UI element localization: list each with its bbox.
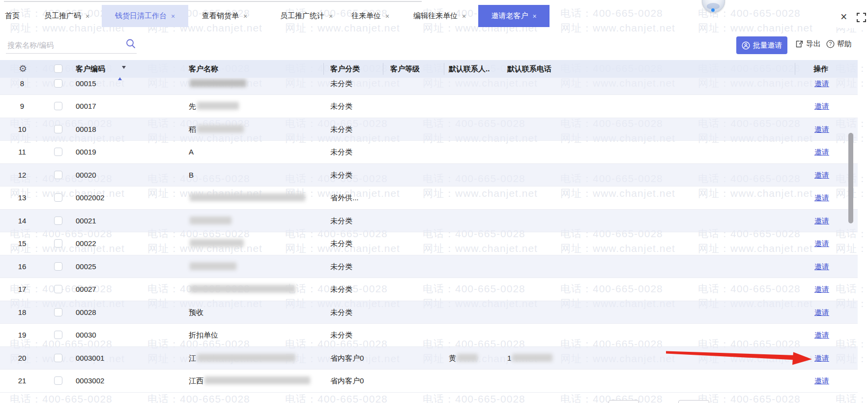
help-label: 帮助	[837, 39, 852, 49]
row-checkbox[interactable]	[54, 79, 62, 88]
pager-button-remnant[interactable]	[608, 400, 639, 403]
redacted-blur	[190, 285, 295, 293]
select-all-checkbox[interactable]	[54, 64, 62, 73]
row-checkbox[interactable]	[54, 148, 62, 156]
col-header-name: 客户名称	[189, 60, 218, 78]
cell-customer-category: 未分类	[330, 95, 352, 117]
row-number: 16	[0, 255, 44, 278]
invite-link[interactable]: 邀请	[814, 217, 829, 225]
row-number: 20	[0, 347, 44, 369]
batch-invite-button[interactable]: 批量邀请	[736, 36, 787, 54]
cell-customer-name: 江	[189, 347, 295, 369]
invite-link[interactable]: 邀请	[814, 376, 829, 385]
tab-label: 钱货日清工作台	[115, 11, 167, 21]
row-number: 11	[0, 141, 44, 163]
column-settings-gear-icon[interactable]: ⚙	[19, 60, 27, 78]
invite-link[interactable]: 邀请	[814, 262, 829, 271]
row-checkbox[interactable]	[54, 217, 62, 225]
row-number: 18	[0, 301, 44, 323]
redacted-blur	[190, 193, 305, 201]
table-row: 20 0003001 江 省内客户0 黄 1 邀请	[0, 347, 858, 370]
cell-customer-name	[189, 210, 231, 232]
cell-customer-code: 0002002	[76, 186, 104, 209]
table-row: 16 00025 未分类 邀请	[0, 255, 858, 279]
tab-查看销货单[interactable]: 查看销货单×	[202, 5, 247, 27]
row-checkbox[interactable]	[54, 331, 62, 339]
redacted-blur	[197, 102, 239, 110]
row-checkbox[interactable]	[54, 171, 62, 179]
search-input[interactable]	[6, 38, 121, 52]
cell-customer-code: 00019	[76, 141, 96, 163]
fullscreen-icon[interactable]	[857, 13, 866, 22]
invite-link[interactable]: 邀请	[814, 354, 829, 362]
invite-link[interactable]: 邀请	[814, 102, 829, 110]
tab-close-icon[interactable]: ×	[329, 12, 333, 20]
tab-close-icon[interactable]: ×	[532, 12, 536, 20]
col-header-code[interactable]: 客户编码	[76, 60, 105, 78]
cell-customer-name: B	[189, 164, 194, 186]
cell-customer-name: A	[189, 141, 194, 163]
cell-customer-name	[189, 232, 244, 254]
help-button[interactable]: ? 帮助	[826, 39, 852, 49]
tab-close-icon[interactable]: ×	[385, 12, 389, 20]
invite-link[interactable]: 邀请	[814, 308, 829, 316]
tab-员工推广码[interactable]: 员工推广码×	[44, 5, 89, 27]
row-checkbox[interactable]	[54, 102, 62, 110]
cell-customer-code: 00017	[76, 95, 96, 117]
sort-arrows-icon[interactable]	[118, 64, 122, 82]
row-checkbox[interactable]	[54, 308, 62, 316]
row-checkbox[interactable]	[54, 125, 62, 133]
redacted-blur	[197, 354, 295, 362]
cell-customer-category: 未分类	[330, 141, 352, 163]
col-header-contact: 默认联系人..	[449, 60, 490, 78]
row-number: 8	[0, 78, 44, 94]
tab-编辑往来单位[interactable]: 编辑往来单位×	[413, 5, 466, 27]
tab-员工推广统计[interactable]: 员工推广统计×	[280, 5, 333, 27]
table-row: 15 00022 未分类 邀请	[0, 232, 858, 255]
cell-customer-code: 00021	[76, 210, 96, 232]
cell-customer-code: 00025	[76, 255, 96, 278]
tab-close-icon[interactable]: ×	[171, 12, 175, 20]
redacted-blur	[190, 217, 231, 224]
tab-close-icon[interactable]: ×	[462, 12, 466, 20]
search-icon[interactable]	[125, 38, 136, 49]
cell-customer-category: 未分类	[330, 324, 352, 346]
orb-blue-dot	[711, 8, 715, 12]
cell-customer-code: 00030	[76, 324, 96, 346]
tab-往来单位[interactable]: 往来单位×	[351, 5, 389, 27]
tab-邀请老客户[interactable]: 邀请老客户×	[478, 5, 550, 27]
row-checkbox[interactable]	[54, 354, 62, 362]
export-button[interactable]: 导出	[795, 39, 821, 49]
invite-link[interactable]: 邀请	[814, 239, 829, 248]
invite-link[interactable]: 邀请	[814, 79, 829, 88]
row-checkbox[interactable]	[54, 262, 62, 271]
row-number: 21	[0, 370, 44, 392]
table-row: 21 0003002 江西 省内客户0 邀请	[0, 370, 858, 393]
row-checkbox[interactable]	[54, 239, 62, 248]
cell-customer-code: 0003001	[76, 347, 104, 369]
invite-link[interactable]: 邀请	[814, 331, 829, 339]
tab-bar: 首页员工推广码×钱货日清工作台×查看销货单×员工推广统计×往来单位×编辑往来单位…	[0, 0, 868, 30]
tab-首页[interactable]: 首页	[5, 5, 20, 27]
tab-label: 首页	[5, 11, 20, 21]
invite-link[interactable]: 邀请	[814, 171, 829, 179]
tab-close-icon[interactable]: ×	[86, 12, 89, 20]
cell-default-phone: 1	[507, 347, 552, 369]
invite-link[interactable]: 邀请	[814, 285, 829, 293]
vertical-scrollbar-thumb[interactable]	[848, 133, 853, 223]
cell-customer-code: 00018	[76, 118, 96, 140]
pager-button-remnant[interactable]	[678, 400, 709, 403]
svg-text:?: ?	[829, 41, 832, 47]
invite-link[interactable]: 邀请	[814, 148, 829, 156]
tab-close-icon[interactable]: ×	[243, 12, 247, 20]
cell-customer-category: 省内客户0	[330, 347, 364, 369]
row-checkbox[interactable]	[54, 193, 62, 202]
redacted-blur	[512, 354, 552, 362]
invite-link[interactable]: 邀请	[814, 193, 829, 202]
tab-钱货日清工作台[interactable]: 钱货日清工作台×	[102, 5, 188, 27]
row-checkbox[interactable]	[54, 376, 62, 385]
close-icon[interactable]: ×	[840, 11, 847, 23]
invite-link[interactable]: 邀请	[814, 125, 829, 133]
cell-customer-name: 折扣单位	[189, 324, 218, 346]
row-checkbox[interactable]	[54, 285, 62, 293]
